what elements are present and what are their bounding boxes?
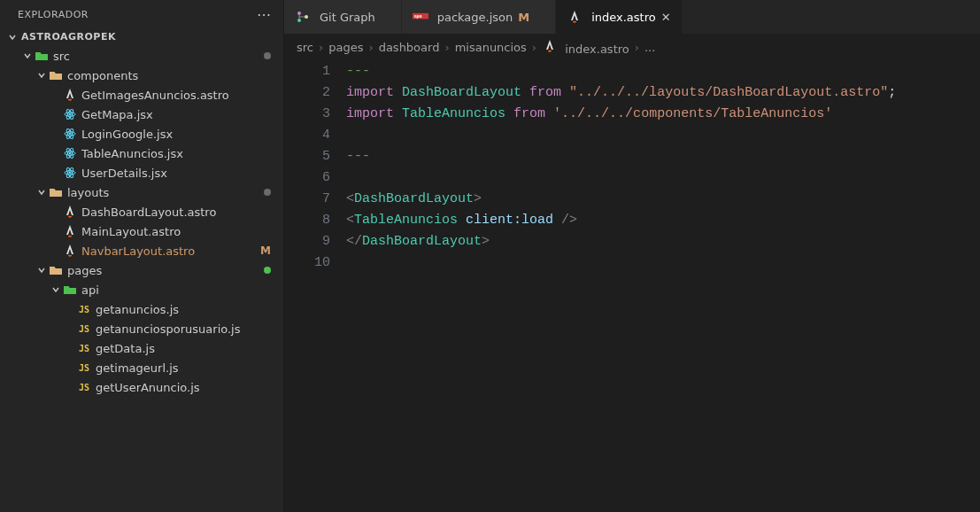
breadcrumb-separator: › (532, 41, 536, 54)
file-row[interactable]: JSgetData.js (0, 338, 283, 358)
svg-point-16 (297, 12, 301, 15)
code-line (346, 252, 971, 274)
breadcrumb-item[interactable]: index.astro (542, 39, 629, 56)
line-number: 7 (284, 189, 330, 210)
breadcrumb-separator: › (368, 41, 373, 54)
code-editor[interactable]: 12345678910 ---import DashBoardLayout fr… (284, 61, 980, 512)
js-file-icon: JS (76, 383, 92, 392)
file-label: TableAnuncios.jsx (81, 147, 283, 160)
folder-row[interactable]: layouts (0, 182, 283, 202)
folder-icon (34, 50, 50, 62)
breadcrumb-item[interactable]: src (297, 41, 313, 54)
file-label: getimageurl.js (96, 361, 283, 375)
folder-row[interactable]: pages (0, 260, 283, 280)
code-line (346, 167, 971, 189)
editor-tab[interactable]: npmpackage.jsonM✕ (402, 0, 556, 34)
line-number: 8 (284, 210, 330, 231)
git-graph-icon (295, 10, 311, 24)
modified-indicator: M (518, 11, 529, 24)
svg-point-12 (69, 172, 72, 175)
file-label: components (67, 69, 283, 82)
editor-area: Git Graph✕npmpackage.jsonM✕index.astro✕ … (283, 0, 980, 512)
file-label: UserDetails.jsx (81, 167, 283, 180)
file-label: GetMapa.jsx (81, 108, 283, 121)
breadcrumb-item[interactable]: dashboard (379, 41, 440, 54)
code-line: import DashBoardLayout from "../../../la… (346, 82, 971, 104)
line-number: 9 (284, 231, 330, 252)
file-row[interactable]: MainLayout.astro (0, 221, 283, 241)
chevron-down-icon (35, 265, 48, 275)
folder-icon (48, 264, 64, 276)
file-row[interactable]: TableAnuncios.jsx (0, 144, 283, 163)
file-row[interactable]: GetMapa.jsx (0, 105, 283, 124)
breadcrumb-label: ... (644, 41, 655, 54)
astro-file-icon (62, 244, 78, 258)
tab-label: index.astro (591, 11, 656, 24)
file-row[interactable]: JSgetanunciosporusuario.js (0, 319, 283, 338)
editor-tab[interactable]: index.astro✕ (556, 0, 682, 34)
breadcrumb-item[interactable]: misanuncios (455, 41, 527, 54)
file-row[interactable]: JSgetUserAnuncio.js (0, 377, 283, 397)
svg-point-0 (69, 113, 72, 116)
file-label: api (81, 283, 283, 297)
js-file-icon: JS (76, 363, 92, 373)
editor-tab[interactable]: Git Graph✕ (284, 0, 402, 34)
file-label: NavbarLayout.astro (81, 244, 260, 258)
svg-point-18 (305, 15, 308, 19)
file-row[interactable]: UserDetails.jsx (0, 163, 283, 182)
astro-icon (567, 10, 586, 24)
breadcrumb-label: dashboard (379, 41, 440, 54)
tab-label: package.json (437, 11, 513, 24)
file-row[interactable]: LoginGoogle.jsx (0, 124, 283, 144)
file-row[interactable]: GetImagesAnuncios.astro (0, 85, 283, 105)
line-number: 2 (284, 82, 330, 104)
line-number: 3 (284, 104, 330, 125)
astro-file-icon (62, 88, 78, 102)
folder-icon (48, 69, 64, 81)
explorer-sidebar: EXPLORADOR ⋯ ASTROAGROPEK srccomponentsG… (0, 0, 283, 512)
file-label: getanuncios.js (96, 303, 283, 316)
file-row[interactable]: DashBoardLayout.astro (0, 202, 283, 221)
project-root-row[interactable]: ASTROAGROPEK (0, 27, 283, 46)
code-line (346, 125, 971, 146)
astro-icon (542, 39, 561, 53)
explorer-more-icon[interactable]: ⋯ (257, 11, 271, 19)
breadcrumb: src›pages›dashboard›misanuncios› index.a… (284, 34, 980, 61)
astro-file-icon (542, 39, 558, 53)
line-number: 5 (284, 146, 330, 167)
file-row[interactable]: JSgetimageurl.js (0, 358, 283, 377)
breadcrumb-item[interactable]: ... (644, 41, 655, 54)
line-number: 6 (284, 167, 330, 189)
npm-icon: npm (413, 12, 432, 21)
file-row[interactable]: JSgetanuncios.js (0, 299, 283, 319)
chevron-down-icon (35, 70, 48, 81)
folder-row[interactable]: src (0, 46, 283, 66)
file-label: pages (67, 264, 264, 277)
js-file-icon: JS (76, 324, 92, 334)
code-content: ---import DashBoardLayout from "../../..… (346, 61, 980, 512)
status-dot (264, 189, 271, 196)
file-tree: srccomponentsGetImagesAnuncios.astroGetM… (0, 46, 283, 512)
file-label: getUserAnuncio.js (96, 381, 283, 394)
file-label: src (53, 50, 264, 63)
chevron-down-icon (7, 32, 21, 43)
code-line: --- (346, 61, 971, 82)
svg-text:npm: npm (413, 13, 421, 19)
breadcrumb-separator: › (444, 41, 449, 54)
folder-row[interactable]: components (0, 66, 283, 85)
breadcrumb-label: src (297, 41, 313, 54)
breadcrumb-label: misanuncios (455, 41, 527, 54)
explorer-header: EXPLORADOR ⋯ (0, 0, 283, 27)
breadcrumb-item[interactable]: pages (328, 41, 363, 54)
close-icon[interactable]: ✕ (661, 11, 671, 24)
gitgraph-icon (295, 10, 314, 24)
code-line: </DashBoardLayout> (346, 231, 971, 252)
file-row[interactable]: NavbarLayout.astroM (0, 241, 283, 260)
status-dot (264, 52, 271, 59)
folder-row[interactable]: api (0, 280, 283, 299)
code-line: import TableAnuncios from '../../../comp… (346, 104, 971, 125)
breadcrumb-separator: › (635, 41, 639, 54)
breadcrumb-label: index.astro (565, 43, 629, 56)
js-file-icon: JS (76, 344, 92, 353)
status-dot (264, 267, 271, 274)
